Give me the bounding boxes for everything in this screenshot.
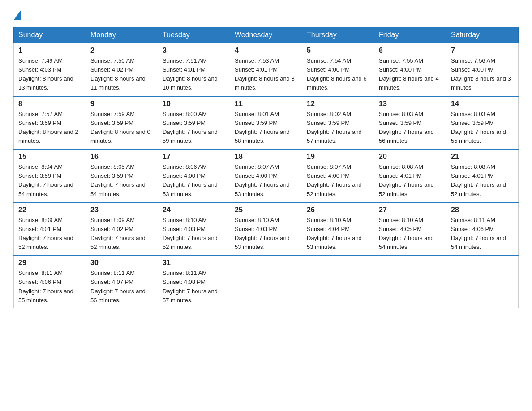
day-cell: 2Sunrise: 7:50 AMSunset: 4:02 PMDaylight… — [86, 43, 158, 96]
header-cell-thursday: Thursday — [302, 27, 374, 43]
day-info: Sunrise: 8:03 AMSunset: 3:59 PMDaylight:… — [451, 110, 514, 146]
day-number: 5 — [307, 47, 369, 55]
week-row-3: 15Sunrise: 8:04 AMSunset: 3:59 PMDayligh… — [14, 149, 519, 202]
header-cell-sunday: Sunday — [14, 27, 86, 43]
logo — [13, 9, 21, 19]
day-cell — [302, 255, 374, 308]
day-info: Sunrise: 8:06 AMSunset: 4:00 PMDaylight:… — [163, 163, 225, 199]
day-number: 2 — [90, 47, 153, 55]
logo-triangle-icon — [14, 10, 21, 20]
day-info: Sunrise: 8:11 AMSunset: 4:06 PMDaylight:… — [18, 269, 81, 305]
day-number: 30 — [90, 259, 153, 267]
day-number: 20 — [379, 153, 442, 161]
day-cell: 18Sunrise: 8:07 AMSunset: 4:00 PMDayligh… — [230, 149, 302, 202]
day-cell: 30Sunrise: 8:11 AMSunset: 4:07 PMDayligh… — [86, 255, 158, 308]
day-info: Sunrise: 8:11 AMSunset: 4:07 PMDaylight:… — [90, 269, 153, 305]
day-info: Sunrise: 8:07 AMSunset: 4:00 PMDaylight:… — [235, 163, 297, 199]
day-cell: 20Sunrise: 8:08 AMSunset: 4:01 PMDayligh… — [374, 149, 446, 202]
day-info: Sunrise: 8:11 AMSunset: 4:06 PMDaylight:… — [451, 216, 514, 252]
day-info: Sunrise: 8:08 AMSunset: 4:01 PMDaylight:… — [379, 163, 442, 199]
week-row-5: 29Sunrise: 8:11 AMSunset: 4:06 PMDayligh… — [14, 255, 519, 308]
day-number: 23 — [90, 206, 153, 214]
day-cell — [230, 255, 302, 308]
day-info: Sunrise: 7:50 AMSunset: 4:02 PMDaylight:… — [90, 56, 153, 93]
day-cell: 3Sunrise: 7:51 AMSunset: 4:01 PMDaylight… — [158, 43, 230, 96]
day-cell: 22Sunrise: 8:09 AMSunset: 4:01 PMDayligh… — [14, 202, 86, 256]
day-cell: 10Sunrise: 8:00 AMSunset: 3:59 PMDayligh… — [158, 96, 230, 150]
day-number: 7 — [451, 47, 514, 55]
day-cell: 17Sunrise: 8:06 AMSunset: 4:00 PMDayligh… — [158, 149, 230, 202]
day-cell — [446, 255, 519, 308]
header-row: SundayMondayTuesdayWednesdayThursdayFrid… — [14, 27, 519, 43]
day-cell: 15Sunrise: 8:04 AMSunset: 3:59 PMDayligh… — [14, 149, 86, 202]
day-number: 17 — [163, 153, 225, 161]
week-row-2: 8Sunrise: 7:57 AMSunset: 3:59 PMDaylight… — [14, 96, 519, 150]
day-cell: 5Sunrise: 7:54 AMSunset: 4:00 PMDaylight… — [302, 43, 374, 96]
day-info: Sunrise: 8:08 AMSunset: 4:01 PMDaylight:… — [451, 163, 514, 199]
day-number: 22 — [18, 206, 81, 214]
day-number: 16 — [90, 153, 153, 161]
day-number: 28 — [451, 206, 514, 214]
day-info: Sunrise: 8:07 AMSunset: 4:00 PMDaylight:… — [307, 163, 369, 199]
day-info: Sunrise: 8:10 AMSunset: 4:03 PMDaylight:… — [163, 216, 225, 252]
day-info: Sunrise: 8:10 AMSunset: 4:04 PMDaylight:… — [307, 216, 369, 252]
day-cell: 11Sunrise: 8:01 AMSunset: 3:59 PMDayligh… — [230, 96, 302, 150]
day-info: Sunrise: 7:54 AMSunset: 4:00 PMDaylight:… — [307, 56, 369, 93]
day-cell: 25Sunrise: 8:10 AMSunset: 4:03 PMDayligh… — [230, 202, 302, 256]
day-number: 13 — [379, 100, 442, 108]
day-number: 10 — [163, 100, 225, 108]
day-number: 6 — [379, 47, 442, 55]
day-cell: 16Sunrise: 8:05 AMSunset: 3:59 PMDayligh… — [86, 149, 158, 202]
day-number: 14 — [451, 100, 514, 108]
day-number: 8 — [18, 100, 81, 108]
day-cell: 14Sunrise: 8:03 AMSunset: 3:59 PMDayligh… — [446, 96, 519, 150]
header-cell-saturday: Saturday — [446, 27, 519, 43]
day-info: Sunrise: 8:10 AMSunset: 4:05 PMDaylight:… — [379, 216, 442, 252]
day-number: 4 — [235, 47, 297, 55]
header-cell-tuesday: Tuesday — [158, 27, 230, 43]
header-cell-friday: Friday — [374, 27, 446, 43]
week-row-4: 22Sunrise: 8:09 AMSunset: 4:01 PMDayligh… — [14, 202, 519, 256]
header — [13, 9, 519, 19]
day-info: Sunrise: 7:53 AMSunset: 4:01 PMDaylight:… — [235, 56, 297, 93]
day-cell: 26Sunrise: 8:10 AMSunset: 4:04 PMDayligh… — [302, 202, 374, 256]
day-cell: 19Sunrise: 8:07 AMSunset: 4:00 PMDayligh… — [302, 149, 374, 202]
day-cell: 21Sunrise: 8:08 AMSunset: 4:01 PMDayligh… — [446, 149, 519, 202]
day-cell: 29Sunrise: 8:11 AMSunset: 4:06 PMDayligh… — [14, 255, 86, 308]
day-info: Sunrise: 8:00 AMSunset: 3:59 PMDaylight:… — [163, 110, 225, 146]
day-info: Sunrise: 8:09 AMSunset: 4:02 PMDaylight:… — [90, 216, 153, 252]
day-info: Sunrise: 8:09 AMSunset: 4:01 PMDaylight:… — [18, 216, 81, 252]
day-info: Sunrise: 8:01 AMSunset: 3:59 PMDaylight:… — [235, 110, 297, 146]
day-cell: 1Sunrise: 7:49 AMSunset: 4:03 PMDaylight… — [14, 43, 86, 96]
day-number: 12 — [307, 100, 369, 108]
day-number: 26 — [307, 206, 369, 214]
day-cell: 28Sunrise: 8:11 AMSunset: 4:06 PMDayligh… — [446, 202, 519, 256]
week-row-1: 1Sunrise: 7:49 AMSunset: 4:03 PMDaylight… — [14, 43, 519, 96]
day-info: Sunrise: 7:55 AMSunset: 4:00 PMDaylight:… — [379, 56, 442, 93]
day-info: Sunrise: 7:57 AMSunset: 3:59 PMDaylight:… — [18, 110, 81, 146]
day-cell: 23Sunrise: 8:09 AMSunset: 4:02 PMDayligh… — [86, 202, 158, 256]
day-number: 31 — [163, 259, 225, 267]
day-cell: 9Sunrise: 7:59 AMSunset: 3:59 PMDaylight… — [86, 96, 158, 150]
day-cell: 24Sunrise: 8:10 AMSunset: 4:03 PMDayligh… — [158, 202, 230, 256]
day-cell: 27Sunrise: 8:10 AMSunset: 4:05 PMDayligh… — [374, 202, 446, 256]
day-cell: 13Sunrise: 8:03 AMSunset: 3:59 PMDayligh… — [374, 96, 446, 150]
calendar-table: SundayMondayTuesdayWednesdayThursdayFrid… — [13, 27, 519, 308]
day-cell: 31Sunrise: 8:11 AMSunset: 4:08 PMDayligh… — [158, 255, 230, 308]
day-cell: 4Sunrise: 7:53 AMSunset: 4:01 PMDaylight… — [230, 43, 302, 96]
day-cell: 8Sunrise: 7:57 AMSunset: 3:59 PMDaylight… — [14, 96, 86, 150]
header-cell-wednesday: Wednesday — [230, 27, 302, 43]
day-info: Sunrise: 8:03 AMSunset: 3:59 PMDaylight:… — [379, 110, 442, 146]
day-number: 15 — [18, 153, 81, 161]
day-number: 3 — [163, 47, 225, 55]
day-number: 24 — [163, 206, 225, 214]
day-cell: 7Sunrise: 7:56 AMSunset: 4:00 PMDaylight… — [446, 43, 519, 96]
day-number: 9 — [90, 100, 153, 108]
day-info: Sunrise: 8:05 AMSunset: 3:59 PMDaylight:… — [90, 163, 153, 199]
day-cell: 12Sunrise: 8:02 AMSunset: 3:59 PMDayligh… — [302, 96, 374, 150]
day-info: Sunrise: 7:49 AMSunset: 4:03 PMDaylight:… — [18, 56, 81, 93]
day-info: Sunrise: 7:51 AMSunset: 4:01 PMDaylight:… — [163, 56, 225, 93]
day-number: 21 — [451, 153, 514, 161]
day-info: Sunrise: 8:02 AMSunset: 3:59 PMDaylight:… — [307, 110, 369, 146]
day-number: 29 — [18, 259, 81, 267]
